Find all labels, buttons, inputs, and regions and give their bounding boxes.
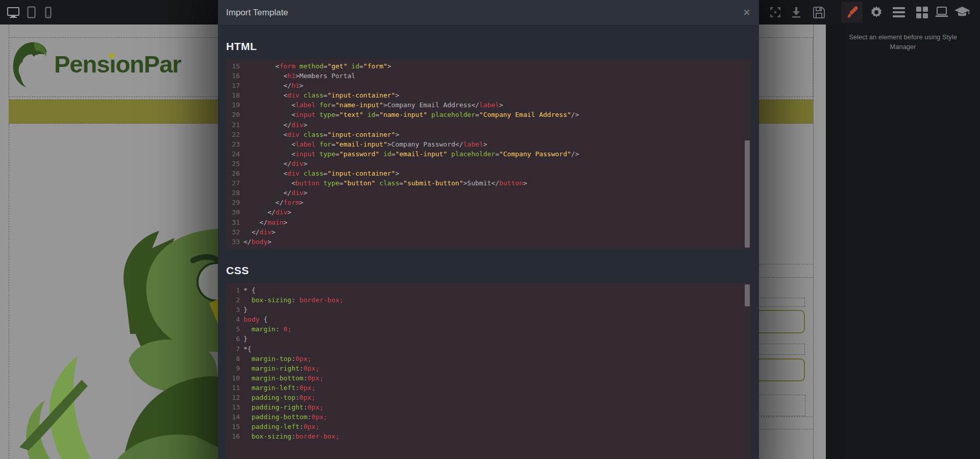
code-line: 6} — [226, 334, 744, 344]
line-number: 3 — [226, 305, 243, 315]
code-line: 12 padding-top:0px; — [226, 393, 744, 402]
page-right-dashed-border — [813, 433, 814, 459]
modal-title: Import Template — [226, 0, 288, 26]
css-code-area: 1* {2 box-sizing: border-box;3}4body {5 … — [226, 285, 744, 442]
html-code-editor[interactable]: 15 <form method="get" id="form">16 <h1>M… — [226, 59, 751, 249]
download-icon[interactable] — [789, 0, 804, 25]
line-number: 6 — [226, 334, 243, 344]
code-line: 33</body> — [226, 237, 744, 247]
device-tablet-icon[interactable] — [24, 0, 38, 25]
code-line: 28 </div> — [226, 188, 744, 198]
line-number: 28 — [226, 188, 243, 198]
line-number: 11 — [226, 383, 243, 393]
line-number: 18 — [226, 90, 243, 100]
style-manager-empty-message: Select an element before using Style Man… — [839, 33, 967, 52]
line-number: 23 — [226, 139, 243, 149]
line-number: 21 — [226, 120, 243, 130]
code-line: 27 <button type="button" class="submit-b… — [226, 178, 744, 188]
line-number: 29 — [226, 198, 243, 207]
code-line: 7*{ — [226, 344, 744, 354]
line-number: 14 — [226, 412, 243, 422]
line-number: 17 — [226, 81, 243, 90]
line-number: 22 — [226, 130, 243, 139]
code-line: 25 </div> — [226, 159, 744, 168]
line-number: 30 — [226, 207, 243, 217]
line-number: 26 — [226, 168, 243, 178]
line-number: 16 — [226, 431, 243, 441]
modal-header: Import Template ✕ — [218, 0, 759, 26]
line-number: 32 — [226, 227, 243, 237]
line-number: 9 — [226, 364, 243, 373]
code-line: 29 </form> — [226, 198, 744, 207]
app-window: PensıonPar Select a — [0, 0, 980, 459]
code-line: 2 box-sizing: border-box; — [226, 295, 744, 305]
line-number: 19 — [226, 100, 243, 110]
code-line: 14 padding-bottom:0px; — [226, 412, 744, 422]
style-manager-brush-icon[interactable] — [841, 2, 863, 23]
device-desktop-icon[interactable] — [5, 0, 21, 25]
settings-gear-icon[interactable] — [866, 2, 887, 23]
code-line: 19 <label for="name-input">Company Email… — [226, 100, 744, 110]
close-icon[interactable]: ✕ — [743, 0, 751, 26]
line-number: 20 — [226, 110, 243, 119]
html-section-heading: HTML — [218, 26, 759, 53]
import-template-modal: Import Template ✕ HTML 15 <form method="… — [218, 0, 759, 459]
blocks-grid-icon[interactable] — [911, 2, 933, 23]
pensionpal-logo: PensıonPar — [11, 38, 215, 89]
code-line: 20 <input type="text" id="name-input" pl… — [226, 110, 744, 119]
line-number: 2 — [226, 295, 243, 305]
code-line: 31 </main> — [226, 218, 744, 227]
line-number: 7 — [226, 344, 243, 354]
html-code-area: 15 <form method="get" id="form">16 <h1>M… — [226, 61, 744, 247]
css-code-editor[interactable]: 1* {2 box-sizing: border-box;3}4body {5 … — [226, 283, 751, 459]
css-editor-scrollbar[interactable] — [745, 284, 750, 306]
devices-laptop-icon[interactable] — [931, 2, 952, 23]
line-number: 33 — [226, 237, 243, 247]
code-line: 5 margin: 0; — [226, 324, 744, 334]
code-line: 16 box-sizing:border-box; — [226, 431, 744, 441]
parrot-logo-icon — [11, 39, 48, 88]
line-number: 1 — [226, 285, 243, 295]
line-number: 25 — [226, 159, 243, 168]
code-line: 15 <form method="get" id="form"> — [226, 61, 744, 71]
code-line: 13 padding-right:0px; — [226, 402, 744, 412]
css-section-heading: CSS — [218, 249, 759, 277]
logo-text: PensıonPar — [54, 50, 181, 78]
html-editor-scrollbar[interactable] — [745, 140, 750, 248]
code-line: 11 margin-left:0px; — [226, 383, 744, 393]
code-line: 30 </div> — [226, 207, 744, 217]
code-line: 4body { — [226, 315, 744, 324]
code-line: 32 </div> — [226, 227, 744, 237]
code-line: 24 <input type="password" id="email-inpu… — [226, 149, 744, 159]
page-container-right-border — [813, 25, 814, 459]
tutorial-graduation-cap-icon[interactable] — [951, 2, 973, 23]
line-number: 4 — [226, 315, 243, 324]
code-line: 8 margin-top:0px; — [226, 354, 744, 364]
code-line: 22 <div class="input-container"> — [226, 130, 744, 139]
code-line: 15 padding-left:0px; — [226, 422, 744, 431]
code-line: 9 margin-right:0px; — [226, 364, 744, 373]
layers-menu-icon[interactable] — [888, 2, 910, 23]
line-number: 24 — [226, 149, 243, 159]
code-line: 18 <div class="input-container"> — [226, 90, 744, 100]
line-number: 15 — [226, 422, 243, 431]
line-number: 8 — [226, 354, 243, 364]
code-line: 3} — [226, 305, 744, 315]
code-line: 21 </div> — [226, 120, 744, 130]
save-icon[interactable] — [811, 0, 827, 25]
code-line: 17 </h1> — [226, 81, 744, 90]
line-number: 12 — [226, 393, 243, 402]
code-line: 1* { — [226, 285, 744, 295]
line-number: 5 — [226, 324, 243, 334]
line-number: 31 — [226, 218, 243, 227]
code-line: 16 <h1>Members Portal — [226, 71, 744, 81]
device-mobile-icon[interactable] — [42, 0, 54, 25]
line-number: 27 — [226, 178, 243, 188]
line-number: 16 — [226, 71, 243, 81]
fullscreen-icon[interactable] — [768, 0, 783, 25]
code-line: 26 <div class="input-container"> — [226, 168, 744, 178]
style-manager-panel: Select an element before using Style Man… — [826, 25, 980, 459]
line-number: 15 — [226, 61, 243, 71]
parrot-illustration — [0, 227, 218, 459]
code-line: 23 <label for="email-input">Company Pass… — [226, 139, 744, 149]
